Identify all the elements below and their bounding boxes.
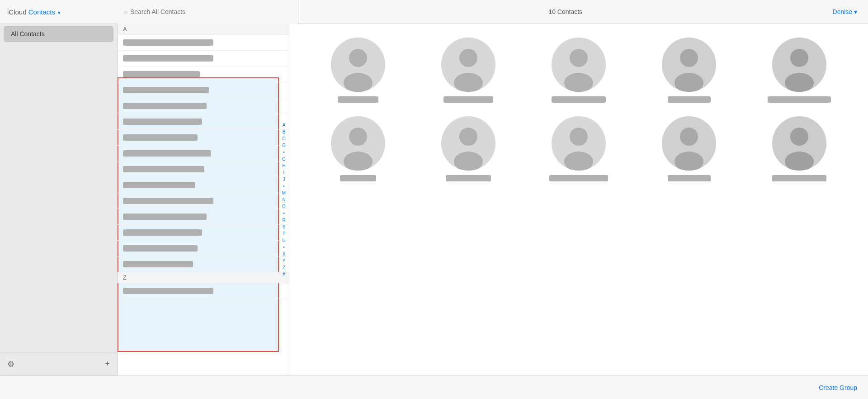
search-icon: ⌕ <box>124 8 127 15</box>
svg-point-22 <box>570 128 588 146</box>
contact-card[interactable] <box>647 116 731 181</box>
cards-grid <box>316 38 841 181</box>
user-chevron-icon[interactable]: ▾ <box>854 8 857 15</box>
avatar <box>331 116 385 171</box>
alpha-B[interactable]: B <box>283 129 286 135</box>
svg-point-10 <box>680 49 698 67</box>
list-item[interactable] <box>118 256 289 272</box>
contact-name-bar <box>123 71 200 77</box>
contact-name-bar <box>123 103 207 109</box>
list-item[interactable] <box>118 177 289 193</box>
alpha-G[interactable]: G <box>282 156 286 162</box>
settings-icon[interactable]: ⚙ <box>7 359 14 369</box>
contact-card[interactable] <box>427 116 510 181</box>
alpha-dot4: • <box>283 244 285 251</box>
main-layout: All Contacts ⚙ + A <box>0 24 868 375</box>
card-name-bar <box>552 96 606 103</box>
svg-point-7 <box>570 49 588 67</box>
contact-name-bar <box>123 229 202 236</box>
alpha-I[interactable]: I <box>283 170 285 176</box>
alpha-X[interactable]: X <box>283 251 286 257</box>
alpha-T[interactable]: T <box>283 231 285 237</box>
contact-list-panel: A <box>118 24 289 375</box>
alpha-Y[interactable]: Y <box>283 258 286 264</box>
contact-card[interactable] <box>758 38 841 103</box>
svg-point-29 <box>785 152 814 171</box>
sidebar-item-all-contacts[interactable]: All Contacts <box>4 26 113 42</box>
contact-cards-panel <box>289 24 868 375</box>
alpha-O[interactable]: O <box>282 204 286 210</box>
contact-name-bar <box>123 288 213 294</box>
avatar <box>662 116 716 171</box>
alpha-hash[interactable]: # <box>283 271 285 278</box>
avatar <box>331 38 385 92</box>
avatar <box>552 116 606 171</box>
alpha-M[interactable]: M <box>282 190 286 196</box>
list-item[interactable] <box>118 146 289 162</box>
list-item[interactable] <box>118 130 289 146</box>
list-item[interactable] <box>118 283 289 299</box>
list-item[interactable] <box>118 162 289 177</box>
contact-card[interactable] <box>537 116 620 181</box>
avatar <box>552 38 606 92</box>
list-item[interactable] <box>118 193 289 209</box>
list-item[interactable] <box>118 225 289 241</box>
card-name-bar <box>768 96 831 103</box>
chevron-down-icon[interactable]: ▾ <box>58 10 61 15</box>
user-name[interactable]: Denise ▾ <box>833 8 857 15</box>
alpha-D[interactable]: D <box>282 142 285 149</box>
card-name-bar <box>549 175 608 181</box>
list-item[interactable] <box>118 241 289 256</box>
contact-name-bar <box>123 134 198 141</box>
contact-name-bar <box>123 214 207 220</box>
svg-point-26 <box>675 152 703 171</box>
contact-card[interactable] <box>316 116 400 181</box>
alpha-U[interactable]: U <box>282 238 285 244</box>
list-item[interactable] <box>118 114 289 130</box>
create-group-button[interactable]: Create Group <box>819 384 857 391</box>
alpha-H[interactable]: H <box>282 163 285 169</box>
svg-point-2 <box>344 73 373 92</box>
card-name-bar <box>772 175 826 181</box>
svg-point-25 <box>680 128 698 146</box>
list-item[interactable] <box>118 51 289 66</box>
svg-point-17 <box>344 152 373 171</box>
contact-name-bar <box>123 166 204 172</box>
search-input[interactable] <box>130 8 292 15</box>
svg-point-23 <box>564 152 593 171</box>
alpha-N[interactable]: N <box>282 197 285 203</box>
contact-card[interactable] <box>427 38 510 103</box>
contact-list-scroll[interactable]: A <box>118 24 289 375</box>
list-item[interactable] <box>118 66 289 82</box>
svg-point-13 <box>790 49 808 67</box>
svg-point-1 <box>349 49 367 67</box>
list-item[interactable] <box>118 82 289 98</box>
contacts-label[interactable]: Contacts <box>28 8 55 16</box>
sidebar-footer: ⚙ + <box>0 352 117 375</box>
contact-card[interactable] <box>647 38 731 103</box>
card-name-bar <box>338 96 378 103</box>
list-item[interactable] <box>118 209 289 225</box>
alpha-S[interactable]: S <box>283 224 286 230</box>
svg-point-4 <box>459 49 477 67</box>
svg-point-11 <box>675 73 703 92</box>
contacts-count: 10 Contacts <box>298 8 833 15</box>
svg-point-14 <box>785 73 814 92</box>
contact-card[interactable] <box>316 38 400 103</box>
add-contact-icon[interactable]: + <box>105 359 110 369</box>
card-name-bar <box>340 175 376 181</box>
contact-card[interactable] <box>537 38 620 103</box>
contact-card[interactable] <box>758 116 841 181</box>
app-name: iCloud Contacts ▾ <box>7 8 61 16</box>
contact-name-bar <box>123 39 213 46</box>
contact-name-bar <box>123 55 213 62</box>
list-item[interactable] <box>118 35 289 51</box>
alpha-R[interactable]: R <box>282 217 285 223</box>
contact-name-bar <box>123 261 193 267</box>
alpha-A[interactable]: A <box>283 122 286 128</box>
alpha-Z[interactable]: Z <box>283 265 285 271</box>
alpha-C[interactable]: C <box>282 136 285 142</box>
alpha-J[interactable]: J <box>283 176 285 183</box>
list-item[interactable] <box>118 98 289 114</box>
contact-name-bar <box>123 245 198 252</box>
